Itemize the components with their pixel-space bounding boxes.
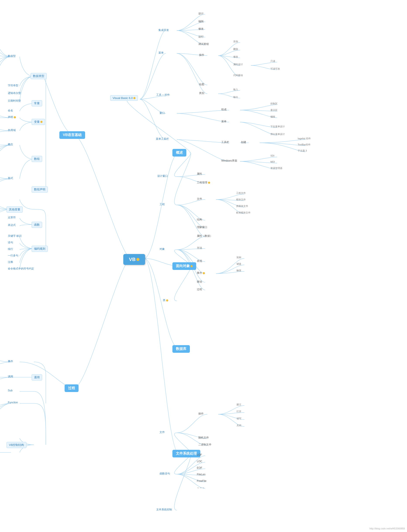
shu-xing-she-ji-node: 属性设计 xyxy=(232,63,244,66)
she-ji-chuang-kou-node: 设计窗口 xyxy=(156,174,169,178)
ji-cheng-kai-fa-node: 集成开发 xyxy=(157,28,170,32)
lei-node: 类 xyxy=(162,298,170,303)
shi-jian2-node: 事件 xyxy=(7,359,14,364)
yu-ju-node: 语句 xyxy=(7,240,14,245)
cai-dan-gong-ju-lan-node: 菜单工具栏 xyxy=(155,137,170,141)
branch-gaishu-label: 概述 xyxy=(176,151,183,155)
chu-fa-node: 触发 xyxy=(236,269,242,272)
hui-tu-node: 绘图 xyxy=(198,82,205,87)
mdi-node: MDI xyxy=(269,160,276,163)
tiao-shi-node: 调试查错 xyxy=(197,42,210,46)
wen-jian2-node: 文件 xyxy=(158,430,166,434)
er-jin-zhi-wen-jian-node: 二进制文件 xyxy=(197,442,212,447)
vb-icon xyxy=(133,97,135,99)
shu-ju-lei-xing-node: 数据类型 xyxy=(31,73,47,79)
tiao-yong-node: 调用 xyxy=(7,374,14,379)
chuang-jian-node: 创建 xyxy=(240,140,247,144)
biao-da-shi-node: 表达式 xyxy=(7,223,17,228)
zhu-shi-node: 注释 xyxy=(7,260,14,265)
visual-basic-label: Visual Basic 6.0 xyxy=(113,96,133,100)
biao-xian-node: 表现 xyxy=(196,259,203,263)
da-kai-node: 打开 xyxy=(236,410,242,413)
xia-la-cai-dan-node: 下拉菜单设计 xyxy=(269,125,286,129)
shu-ru-node: 输入 xyxy=(232,88,239,91)
gong-cheng-guan-li-icon xyxy=(208,182,210,184)
branch-shu-ju-ku: 数据库 xyxy=(172,345,190,353)
branch-guo-cheng: 过程 xyxy=(65,384,78,392)
shu-biao-node: 鼠标 xyxy=(236,256,242,259)
xu-hang-node: 续行 xyxy=(7,247,14,251)
lei-mo-kuai-wen-jian-node: 类模块文件 xyxy=(235,204,249,208)
loc-node: LOC xyxy=(196,459,203,463)
bian-ma-gui-ze-node: 编码规则 xyxy=(32,246,48,252)
lei-bie-node: 类别 xyxy=(198,91,205,96)
branch-gaishu: 概述 xyxy=(172,149,186,157)
wen-jian-gong-cheng-node: 文件 xyxy=(196,197,203,201)
root-icon xyxy=(136,258,140,261)
branch-vb-jichu: VB语言基础 xyxy=(59,131,85,139)
branch-guo-cheng-label: 过程 xyxy=(68,386,75,390)
iagelist-kong-jian-node: Iagelist 控件 xyxy=(297,137,312,140)
dan-chu-cai-dan-node: 弹出菜单设计 xyxy=(269,132,286,136)
eof-node: EOF xyxy=(196,466,203,470)
biao-zhun-mo-kuai-node: 标准模块文件 xyxy=(235,211,251,214)
tian-jia-node: 添加 xyxy=(232,40,239,43)
shu-zu-sheng-ming-node: 数组声明 xyxy=(32,186,48,192)
branch-wen-jian-label: 文件系统处理 xyxy=(176,451,197,456)
gai-nian-node: 概念 xyxy=(7,142,14,147)
mian-dui-xiang-icon xyxy=(190,265,193,267)
visual-basic-node: Visual Basic 6.0 xyxy=(110,95,138,101)
bian-ji-node: 编辑 xyxy=(197,19,204,24)
ming-ming-yue-ding-node: 命令格式中的符号约定 xyxy=(7,266,35,271)
branch-vb-jichu-label: VB语言基础 xyxy=(63,133,82,137)
chuang-kou-node: 窗口 xyxy=(158,111,166,115)
dui-xiang-node: 对象 xyxy=(158,247,166,251)
zi-yuan-guan-li-qi-node: 资源管理器 xyxy=(269,166,283,170)
root-node: VB xyxy=(123,254,145,265)
branch-mian-dui-xiang-label: 面向对象 xyxy=(176,264,190,268)
cao-zuo-node: 操作 xyxy=(198,53,205,57)
windows-jie-mian-node: Windows界面 xyxy=(220,159,238,163)
yi-hang-duo-ju-node: 一行多句 xyxy=(7,253,20,258)
toolbar-kong-jian-node: ToolBar控件 xyxy=(297,143,311,146)
li-jie-chuang-kou-node: 理解窗口 xyxy=(196,225,208,230)
sdi-node: SDI xyxy=(269,154,275,157)
sui-ji-wen-jian-node: 随机文件 xyxy=(197,435,210,440)
jian-li-node: 建立 xyxy=(236,403,242,406)
branch-mian-dui-xiang: 面向对象 xyxy=(172,262,196,270)
xiu-gai-node: 修改 xyxy=(197,27,204,31)
shu-zu-node: 数组 xyxy=(32,156,42,162)
cai-dan-node: 菜单 xyxy=(157,51,165,55)
branch-shu-ju-ku-label: 数据库 xyxy=(176,347,186,351)
sheng-ming-node: 声明 xyxy=(7,115,17,120)
watermark: http://blog.csdn.net/wf453360859 xyxy=(369,527,405,530)
shu-xing-node: 属性 xyxy=(196,172,203,176)
tong-yong-node: 通用 xyxy=(32,374,42,380)
fang-fa-node: 方法 xyxy=(196,246,203,250)
guan-bi-node: 关闭 xyxy=(236,424,242,427)
guo-cheng-dui-xiang-node: 过程 xyxy=(196,287,203,292)
mindmap-container: VB 概述 VB语言基础 面向对象 数据库 文件系统处理 过程 Visual B… xyxy=(0,0,407,532)
cao-zuo-xiu-gai-node: 修改 xyxy=(232,55,239,59)
she-ji-node: 设计 xyxy=(197,11,204,16)
gong-ju-kong-jian-node: 工具 ○ 控件 xyxy=(155,93,171,97)
mo-kuai-wen-jian-node: 模块文件 xyxy=(235,198,247,201)
xian-shi-qu-node: 显示区 xyxy=(269,108,278,112)
chang-liang-node: 常量 xyxy=(32,100,42,106)
qi-ta-bian-liang-node: 其他变量 xyxy=(7,206,23,213)
qu-dong-node: 驱动 xyxy=(196,280,203,284)
shu-xing-shu-ju-node: 属性（数据） xyxy=(196,234,213,238)
gong-cheng-node: 工程 xyxy=(158,202,166,207)
yun-xing-node: 运行 xyxy=(197,34,204,39)
luo-ji-bu-er-xing-node: 逻辑布尔型 xyxy=(7,91,22,96)
han-shu-yu-ju-node: 函数语句 xyxy=(158,471,171,476)
lof-node: LOF xyxy=(196,453,203,457)
cao-zuo-wen-jian-node: 操作 xyxy=(197,411,204,416)
ke-du-ke-gai-node: 可读可改 xyxy=(269,67,281,71)
zi-fu-chuan-xing-node: 字符串型 xyxy=(7,83,20,88)
ming-ming-node: 命名 xyxy=(7,108,14,113)
filelen-node: FileLen xyxy=(196,472,206,476)
yun-suan-fu-node: 运算符 xyxy=(7,215,17,220)
du-xie-node: 读写 xyxy=(236,417,242,420)
root-label: VB xyxy=(129,257,136,262)
